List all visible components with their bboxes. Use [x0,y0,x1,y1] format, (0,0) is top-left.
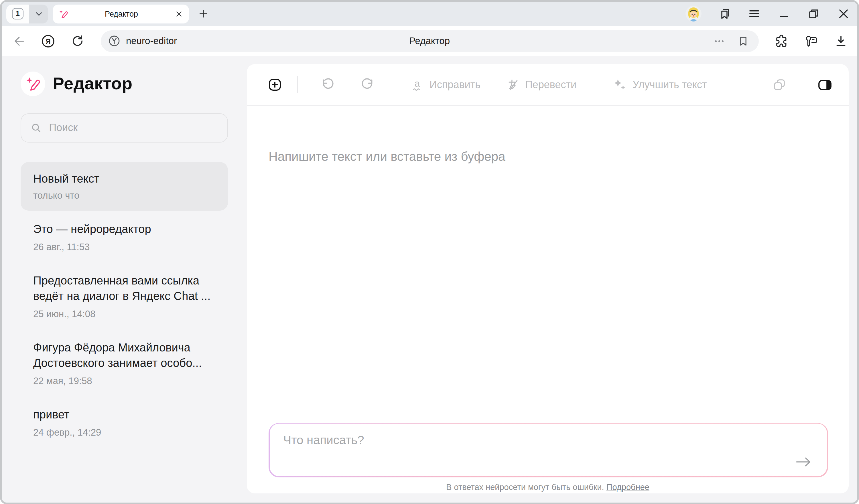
document-item[interactable]: привет 24 февр., 14:29 [20,396,228,448]
back-arrow-icon [11,33,26,48]
window-controls [685,6,850,22]
ai-disclaimer: В ответах нейросети могут быть ошибки. П… [247,482,849,491]
sparkles-icon [612,77,627,92]
download-icon [834,34,848,48]
bookmarks-panel-button[interactable] [718,7,731,20]
browser-menu-button[interactable] [747,7,761,20]
document-item[interactable]: Это — нейроредактор 26 авг., 11:53 [20,211,228,262]
magic-pencil-icon [25,76,41,91]
new-document-button[interactable] [268,77,282,92]
document-item-selected[interactable]: Новый текст только что [20,162,228,211]
document-item[interactable]: Фигура Фёдора Михайловича Достоевского з… [20,329,228,396]
app-title: Редактор [53,74,133,93]
document-date: 22 мая, 19:58 [33,376,215,386]
translate-icon [506,78,519,92]
redo-icon [360,77,375,92]
spellcheck-icon: a [411,78,424,92]
url-text: neuro-editor [126,35,177,46]
extensions-button[interactable] [774,34,788,48]
new-tab-button[interactable] [195,5,212,22]
document-date: 25 июн., 14:08 [33,308,215,319]
key-cards-icon [804,34,818,48]
tab-strip: 1 Редактор [2,2,857,26]
disclaimer-link[interactable]: Подробнее [606,482,649,491]
document-title: Предоставленная вами ссылка ведёт на диа… [33,273,215,304]
send-prompt-button[interactable] [795,456,812,468]
documents-sidebar: Редактор Новый текст только что Это — не… [2,56,247,502]
redo-button[interactable] [360,77,375,92]
plus-icon [198,8,209,19]
editor-toolbar: a Исправить Перевести [247,64,849,106]
close-window-button[interactable] [837,7,850,20]
reload-button[interactable] [71,34,85,48]
undo-icon [321,77,335,92]
bookmark-flag-icon [737,35,750,47]
close-icon [837,7,850,20]
chevron-down-icon [33,8,44,19]
tab-close-icon[interactable] [175,10,183,18]
document-date: только что [33,190,215,201]
copy-button[interactable] [772,77,787,92]
tab-counter-button[interactable]: 1 [6,4,29,23]
fix-text-button[interactable]: a Исправить [411,78,481,92]
avatar-image [685,6,702,22]
translate-button[interactable]: Перевести [506,78,576,92]
bookmarks-icon [718,7,731,20]
password-manager-button[interactable] [804,34,818,48]
ellipsis-icon [713,35,726,47]
magic-pencil-favicon-icon [58,9,68,19]
editor-panel: a Исправить Перевести [247,64,849,493]
puzzle-icon [774,34,788,48]
tab-count-badge: 1 [12,8,24,19]
site-actions-button[interactable] [713,35,726,47]
back-button[interactable] [11,33,26,48]
arrow-right-icon [795,456,812,468]
search-icon [30,121,42,135]
add-bookmark-button[interactable] [737,35,750,47]
document-date: 26 авг., 11:53 [33,242,215,253]
document-title: Это — нейроредактор [33,222,215,237]
tab-group-control: 1 [6,4,48,23]
editor-placeholder[interactable]: Напишите текст или вставьте из буфера [269,149,849,164]
app-content: Редактор Новый текст только что Это — не… [2,56,857,502]
browser-window: 1 Редактор [0,0,859,504]
search-box[interactable] [20,113,228,142]
svg-text:Я: Я [46,37,50,45]
copy-icon [772,77,787,92]
panel-toggle-icon [817,77,833,92]
tab-title: Редактор [68,10,175,18]
yandex-home-button[interactable]: Я [41,33,56,48]
app-logo-row: Редактор [20,71,228,96]
browser-tab-editor[interactable]: Редактор [53,4,189,23]
site-favicon-icon [108,34,121,47]
document-item[interactable]: Предоставленная вами ссылка ведёт на диа… [20,262,228,329]
restore-icon [807,7,820,20]
improve-text-button[interactable]: Улучшить текст [612,77,707,92]
document-title: Новый текст [33,172,215,185]
toggle-sidebar-button[interactable] [817,77,833,92]
search-input[interactable] [48,121,218,135]
plus-square-icon [268,77,282,92]
svg-text:a: a [415,78,420,89]
prompt-box [269,423,828,477]
undo-button[interactable] [321,77,335,92]
downloads-button[interactable] [834,34,848,48]
disclaimer-text: В ответах нейросети могут быть ошибки. [446,482,604,491]
yandex-logo-icon: Я [41,33,56,48]
prompt-input[interactable] [269,424,827,476]
fix-text-label: Исправить [430,79,481,91]
tab-list-button[interactable] [29,4,48,23]
document-title: Фигура Фёдора Михайловича Достоевского з… [33,340,215,371]
user-avatar[interactable] [685,6,702,22]
document-date: 24 февр., 14:29 [33,427,215,438]
document-list: Новый текст только что Это — нейроредакт… [20,162,228,448]
minimize-window-button[interactable] [777,7,791,20]
address-bar: Я neuro-editor Редактор [2,26,857,56]
document-title: привет [33,407,215,423]
app-logo [20,71,45,96]
improve-text-label: Улучшить текст [633,79,707,91]
minimize-icon [777,7,791,20]
hamburger-menu-icon [747,7,761,20]
url-field[interactable]: neuro-editor [101,30,759,52]
restore-window-button[interactable] [807,7,820,20]
